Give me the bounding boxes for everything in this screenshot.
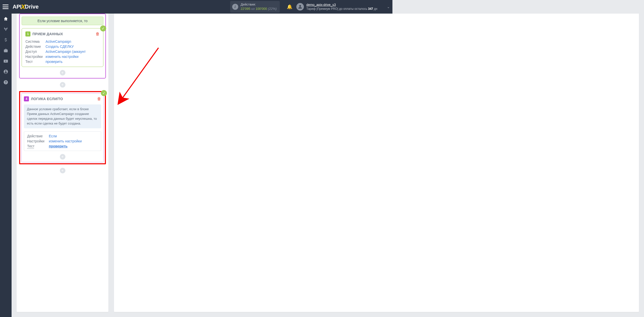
logic-details: Действие Если Настройки изменить настрой… <box>27 134 98 148</box>
logo-text-api: API <box>13 4 21 10</box>
highlighted-block: ✓ 4 ЛОГИКА ЕСЛИ/ТО 🗑 Данное условие сраб… <box>19 91 106 164</box>
info-icon: i <box>232 4 238 10</box>
trash-icon[interactable]: 🗑 <box>97 97 101 101</box>
condition-block: Если условие выполняется, то ✓ 1 ПРИЕМ Д… <box>19 14 106 78</box>
condition-label: Если условие выполняется, то <box>22 17 103 25</box>
system-link[interactable]: ActiveCampaign <box>46 39 71 44</box>
step-card-1: ✓ 1 ПРИЕМ ДАННЫХ 🗑 Система ActiveCampaig… <box>22 28 103 67</box>
actions-label: Действия: <box>241 3 277 7</box>
trash-icon[interactable]: 🗑 <box>96 32 100 36</box>
logic-description: Данное условие сработает, если в блоке П… <box>24 104 101 128</box>
logo[interactable]: API X Drive <box>13 3 39 11</box>
sidebar-connections[interactable] <box>0 24 12 35</box>
step-title: ПРИЕМ ДАННЫХ <box>32 32 63 36</box>
content-panel <box>114 14 392 194</box>
avatar-icon <box>296 3 304 11</box>
check-icon: ✓ <box>101 90 107 96</box>
sidebar-briefcase[interactable] <box>0 45 12 56</box>
notifications-icon[interactable]: 🔔 <box>287 4 292 10</box>
logic-block-4: ✓ 4 ЛОГИКА ЕСЛИ/ТО 🗑 Данное условие сраб… <box>21 93 104 162</box>
user-menu[interactable]: demo_apix-drive_s3 Тариф |Премиум PRO| д… <box>296 3 390 11</box>
user-plan: Тариф |Премиум PRO| до оплаты осталось 3… <box>306 7 377 11</box>
logo-text-drive: Drive <box>25 4 39 10</box>
sidebar-billing[interactable] <box>0 35 12 45</box>
workflow-column: Если условие выполняется, то ✓ 1 ПРИЕМ Д… <box>17 14 108 194</box>
sidebar-video[interactable] <box>0 56 12 66</box>
logic-test-link[interactable]: проверить <box>49 144 67 148</box>
action-link[interactable]: Создать СДЕЛКУ <box>46 45 74 49</box>
add-after-button[interactable]: + <box>60 168 65 173</box>
header: API X Drive i Действия: 22'095 из 100'00… <box>0 0 392 14</box>
menu-toggle[interactable] <box>3 5 9 9</box>
access-link[interactable]: ActiveCampaign (аккаунт <box>46 50 86 54</box>
sidebar <box>0 14 12 194</box>
step-number-badge: 4 <box>24 96 29 101</box>
step-title: ЛОГИКА ЕСЛИ/ТО <box>31 97 63 101</box>
actions-numbers: 22'095 из 100'000 (22%) <box>241 7 277 11</box>
main-area: Если условие выполняется, то ✓ 1 ПРИЕМ Д… <box>12 14 392 194</box>
logic-action-link[interactable]: Если <box>49 134 57 138</box>
chevron-down-icon: ⌄ <box>387 5 390 9</box>
test-link[interactable]: проверить <box>46 60 63 64</box>
sidebar-account[interactable] <box>0 66 12 77</box>
actions-counter[interactable]: i Действия: 22'095 из 100'000 (22%) <box>230 1 280 13</box>
add-step-button[interactable]: + <box>60 154 65 160</box>
sidebar-help[interactable] <box>0 77 12 88</box>
settings-link[interactable]: изменить настройки <box>46 55 78 59</box>
logic-settings-link[interactable]: изменить настройки <box>49 139 82 143</box>
add-between-button[interactable]: + <box>60 82 65 88</box>
add-step-button[interactable]: + <box>60 70 65 75</box>
user-login: demo_apix-drive_s3 <box>306 3 377 7</box>
step-details: Система ActiveCampaign Действие Создать … <box>25 39 100 64</box>
step-number-badge: 1 <box>25 31 30 36</box>
check-icon: ✓ <box>100 25 106 31</box>
sidebar-home[interactable] <box>0 14 12 24</box>
